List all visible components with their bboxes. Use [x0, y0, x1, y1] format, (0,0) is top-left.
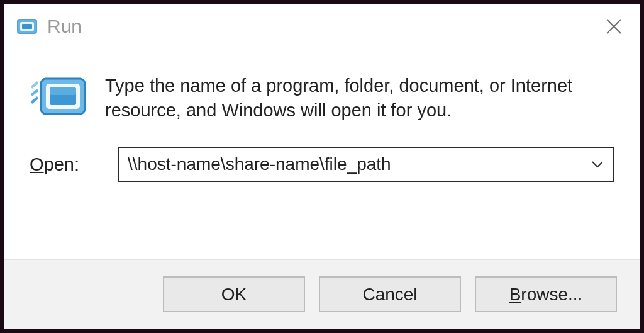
- description-row: Type the name of a program, folder, docu…: [30, 74, 614, 123]
- dialog-body: Type the name of a program, folder, docu…: [4, 48, 640, 259]
- open-row: Open:: [30, 147, 614, 182]
- description-text: Type the name of a program, folder, docu…: [105, 74, 614, 123]
- browse-button[interactable]: Browse...: [475, 276, 617, 312]
- ok-button[interactable]: OK: [163, 276, 305, 312]
- button-bar: OK Cancel Browse...: [4, 259, 640, 329]
- open-label: Open:: [30, 154, 99, 175]
- titlebar: Run: [4, 4, 640, 48]
- open-input[interactable]: [119, 148, 613, 181]
- cancel-button[interactable]: Cancel: [319, 276, 461, 312]
- svg-rect-2: [22, 24, 32, 29]
- run-dialog: Run: [4, 4, 640, 329]
- window-title: Run: [47, 16, 599, 37]
- chevron-down-icon[interactable]: [591, 157, 604, 171]
- run-large-icon: [30, 75, 87, 120]
- open-combobox[interactable]: [118, 147, 614, 182]
- run-icon: [17, 17, 38, 36]
- svg-rect-8: [50, 87, 76, 95]
- close-button[interactable]: [599, 12, 628, 41]
